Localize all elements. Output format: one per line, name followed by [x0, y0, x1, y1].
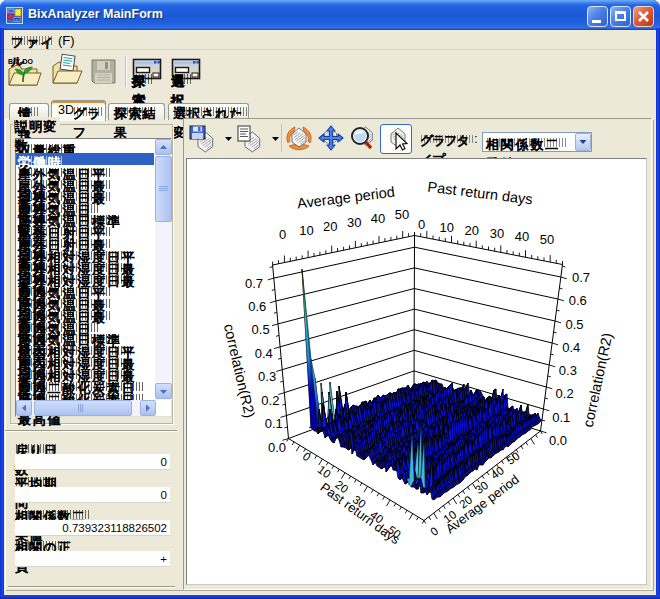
svg-text:10: 10 [299, 223, 313, 238]
svg-text:30: 30 [490, 226, 504, 241]
svg-text:0.0: 0.0 [549, 433, 567, 448]
svg-text:0: 0 [279, 227, 286, 242]
svg-text:Past return days: Past return days [317, 479, 403, 547]
svg-text:0.2: 0.2 [556, 386, 574, 401]
svg-text:20: 20 [465, 223, 479, 238]
svg-text:20: 20 [323, 219, 337, 234]
svg-text:0.4: 0.4 [255, 346, 273, 361]
svg-text:0.7: 0.7 [245, 276, 263, 291]
svg-text:0.5: 0.5 [565, 317, 583, 332]
svg-text:10: 10 [316, 463, 333, 480]
svg-text:0.1: 0.1 [552, 410, 570, 425]
svg-text:50: 50 [540, 232, 554, 247]
svg-text:0: 0 [428, 525, 440, 538]
svg-text:40: 40 [371, 211, 385, 226]
svg-text:0.3: 0.3 [559, 363, 577, 378]
svg-text:Past return days: Past return days [427, 179, 534, 208]
svg-text:0.6: 0.6 [569, 293, 587, 308]
svg-text:0.3: 0.3 [258, 369, 276, 384]
svg-text:Average period: Average period [296, 184, 395, 212]
svg-text:0.5: 0.5 [252, 322, 270, 337]
svg-text:0.1: 0.1 [265, 416, 283, 431]
svg-text:0.7: 0.7 [572, 270, 590, 285]
svg-text:10: 10 [439, 220, 453, 235]
svg-text:BIX-DO: BIX-DO [8, 58, 34, 65]
svg-text:40: 40 [515, 229, 529, 244]
svg-text:0.2: 0.2 [261, 393, 279, 408]
svg-text:0.6: 0.6 [248, 299, 266, 314]
svg-text:correlation(R2): correlation(R2) [580, 331, 616, 428]
svg-text:0.0: 0.0 [268, 440, 286, 455]
svg-text:50: 50 [395, 207, 409, 222]
svg-text:30: 30 [347, 215, 361, 230]
svg-text:50: 50 [504, 450, 521, 467]
svg-text:0: 0 [418, 217, 425, 232]
svg-text:0: 0 [301, 450, 313, 463]
svg-text:0.4: 0.4 [562, 340, 580, 355]
